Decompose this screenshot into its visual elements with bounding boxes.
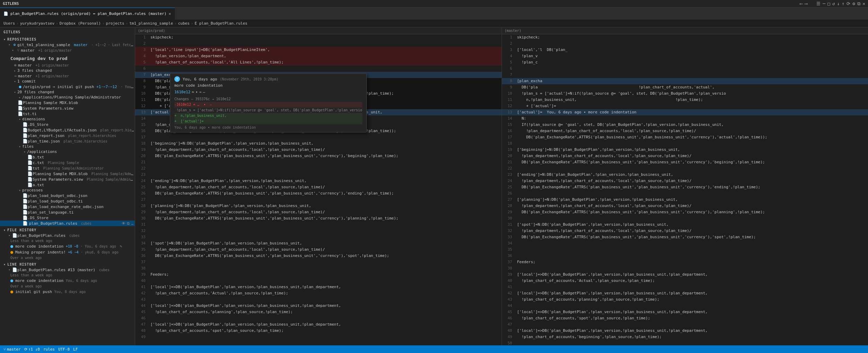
code-line: 39['local']=>DB('plan_BudgetPlan',!plan_… <box>502 272 868 278</box>
breadcrumb-cubes[interactable]: cubes <box>178 21 190 26</box>
c-txt-item[interactable]: 📄 c.txt Planning Sample <box>0 160 135 165</box>
refresh-icon[interactable]: ↺ <box>832 1 835 7</box>
sync-status[interactable]: ⟳ ↑1 ↓0 <box>24 347 40 352</box>
sys-params-item[interactable]: 📄 System Parameters.view <box>0 105 135 111</box>
budget-plan-rules-item[interactable]: 📄 plan_BudgetPlan.rules cubes 👁 ⧉ … <box>0 221 135 226</box>
line-number: 47 <box>502 321 516 328</box>
tooltip-compare-icon[interactable]: ≈ <box>192 90 194 94</box>
line-text: + ['actual']= <box>516 103 868 109</box>
processes-section[interactable]: ▾ processes <box>0 188 135 193</box>
line-number: 21 <box>502 159 516 165</box>
ds-store-dim-item[interactable]: 📄 .DS_Store <box>0 122 135 127</box>
sys-params-files-item[interactable]: 📄 System Parameters.view Planning Sample… <box>0 176 135 182</box>
history-icon[interactable]: ⧉ <box>127 221 130 226</box>
sync-icon[interactable]: ⟳ <box>847 1 850 7</box>
forward-icon[interactable]: ⟶ <box>805 1 807 7</box>
repo-item[interactable]: ▾ ⊕ git_tm1_planning_sample master · +1·… <box>0 42 135 48</box>
branch-status[interactable]: ⑂ master <box>3 347 21 352</box>
load-budget-json-item[interactable]: 📄 plan_load_budget_odbc.json <box>0 193 135 198</box>
edit-icon[interactable]: ✎ <box>120 244 122 249</box>
breadcrumb-planning[interactable]: tm1_planning_sample <box>129 21 173 26</box>
ds-store-proc-item[interactable]: 📄 .DS_Store <box>0 215 135 221</box>
menu-icon[interactable]: ☰ <box>816 1 821 7</box>
line-commit-2[interactable]: initial git push You, 8 days ago <box>0 289 135 295</box>
line-ending-status[interactable]: LF <box>73 347 78 352</box>
sidebar-header: GITLENS <box>0 27 135 35</box>
tooltip-hash[interactable]: 1610e12 <box>174 90 190 94</box>
line-history-section[interactable]: ▾ LINE HISTORY <box>0 260 135 267</box>
tooltip-header: Y You, 6 days ago (November 29th, 2019 3… <box>174 76 362 82</box>
twenty-files-item[interactable]: ▾ 20 files changed <box>0 89 135 95</box>
settings-icon[interactable]: ⚙ <box>852 1 855 7</box>
line-text <box>149 265 502 272</box>
files-section-item[interactable]: ▾ files <box>0 144 135 149</box>
repositories-section[interactable]: ▾ REPOSITORIES <box>0 35 135 42</box>
line-commit-1[interactable]: more code indentation You, 6 days ago <box>0 278 135 284</box>
back-icon[interactable]: ⟵ <box>800 1 803 7</box>
tab-close-button[interactable]: × <box>168 11 171 16</box>
tst-item[interactable]: 📄 tst.ti <box>0 111 135 117</box>
tooltip-minus-icon[interactable]: – <box>203 90 205 94</box>
dimensions-item[interactable]: ▾ dimensions <box>0 117 135 122</box>
push-icon[interactable]: ↑ <box>842 1 845 7</box>
commit-push-item[interactable]: ● /origin/prod → initial git push +1·−7·… <box>0 84 135 89</box>
breadcrumb-users[interactable]: Users <box>3 21 15 26</box>
a-txt-item[interactable]: 📄 a.txt <box>0 182 135 188</box>
ellipsis-icon[interactable]: … <box>131 221 133 226</box>
applications-item[interactable]: ▾ /applications <box>0 149 135 154</box>
breadcrumb-user[interactable]: yurykudryavtsev <box>20 21 54 26</box>
code-line: 47['local']=>DB('plan_BudgetPlan',!plan_… <box>135 321 502 328</box>
line-history-file-item[interactable]: ▾ 📄 plan_BudgetPlan.rules #13 (master) c… <box>0 267 135 273</box>
commit-proper-indents[interactable]: Making proper indents! +6 −4 · ykud, 6 d… <box>0 249 135 255</box>
breadcrumb-dropbox[interactable]: Dropbox (Personal) <box>60 21 101 26</box>
diff-line-context: !plan_s = ['actual']=N:if(!plan_source @… <box>174 107 362 113</box>
pull-icon[interactable]: ↓ <box>837 1 840 7</box>
chevron-down-icon: ▾ <box>12 91 17 94</box>
right-code-area[interactable]: 1skipcheck;23['local','l DB('plan_4 !pla… <box>502 34 868 345</box>
file-history-file-item[interactable]: ▾ 📄 plan_BudgetPlan.rules cubes <box>0 233 135 238</box>
eye-icon[interactable]: 👁 <box>122 221 125 226</box>
breadcrumb-file[interactable]: E plan_BudgetPlan.rules <box>194 21 247 26</box>
budget-json-item[interactable]: 📄 Budget,LYBudget,LYActuals.json plan_re… <box>0 127 135 133</box>
origin-item[interactable]: → master +1 origin/master <box>0 73 135 79</box>
line-number: 7 <box>502 72 516 78</box>
split-icon[interactable]: ⧉ <box>857 1 860 7</box>
commit-more-indentation[interactable]: more code indentation +10 −8 · You, 6 da… <box>0 243 135 249</box>
twenty-files-label: 20 files changed <box>17 90 135 94</box>
set-language-item[interactable]: 📄 plan_set_language.ti <box>0 209 135 215</box>
mdx-blob-item[interactable]: 📄 Planning Sample MDX.blob <box>0 100 135 105</box>
load-exchange-json-item[interactable]: 📄 plan_load_exchange_rate_odbc.json <box>0 204 135 209</box>
file-history-section[interactable]: ▾ FILE HISTORY <box>0 226 135 233</box>
tooltip-arrow-icon[interactable]: → <box>199 90 202 94</box>
active-tab[interactable]: 📄 plan_BudgetPlan.rules (origin/prod) ↔ … <box>0 8 175 20</box>
left-code-area[interactable]: 1skipcheck;23['local','line input']=DB('… <box>135 34 502 345</box>
tst-ti-item[interactable]: 📄 tst Planning Sample/Administrator <box>0 165 135 171</box>
plan-report-item[interactable]: 📄 plan_report.json plan_report.hierarchi… <box>0 133 135 138</box>
master-subitem[interactable]: ⊕ master +1 origin/master <box>0 62 135 68</box>
line-number: 46 <box>135 315 149 321</box>
code-line: 25 DB('plan_ExchangeRate',ATTRS('plan_bu… <box>502 184 868 190</box>
line-number: 28 <box>502 203 516 209</box>
files-changed-item[interactable]: ▸ 3 files changed <box>0 68 135 73</box>
line-text: !plan_department,!plan_chart_of_accounts… <box>149 147 502 153</box>
app-folder-item[interactable]: ▸ /applications/Planning Sample/Administ… <box>0 95 135 100</box>
line-number: 9 <box>135 84 149 91</box>
code-line: 7 <box>502 72 868 78</box>
code-line: 36 DB('plan_ExchangeRate',ATTRS('plan_bu… <box>135 253 502 259</box>
close-all-icon[interactable]: ✕ <box>862 1 865 7</box>
breadcrumb-projects[interactable]: projects <box>106 21 124 26</box>
plan-time-item[interactable]: 📄 plan_time.json plan_time.hierarchies <box>0 138 135 144</box>
encoding-status[interactable]: UTF-8 <box>58 347 70 352</box>
load-budget-ti-item[interactable]: 📄 plan_load_budget_odbc.ti <box>0 198 135 204</box>
b-txt-item[interactable]: 📄 b.txt <box>0 154 135 160</box>
language-status[interactable]: rules <box>43 347 55 352</box>
line-text <box>149 228 502 234</box>
restore-icon[interactable]: □ <box>827 1 830 7</box>
line-text: ['ending']=N:DB('plan_BudgetPlan',!plan_… <box>516 172 868 178</box>
one-commit-item[interactable]: ▾ 1 commit <box>0 79 135 84</box>
minimize-icon[interactable]: ─ <box>823 1 825 7</box>
master-item[interactable]: ▾ ⑂ master +1 origin/master <box>0 48 135 53</box>
file-icon: 📄 <box>22 128 28 132</box>
planning-mdx-item[interactable]: 📄 Planning Sample MDX.blob Planning Samp… <box>0 171 135 176</box>
line-text <box>149 197 502 203</box>
